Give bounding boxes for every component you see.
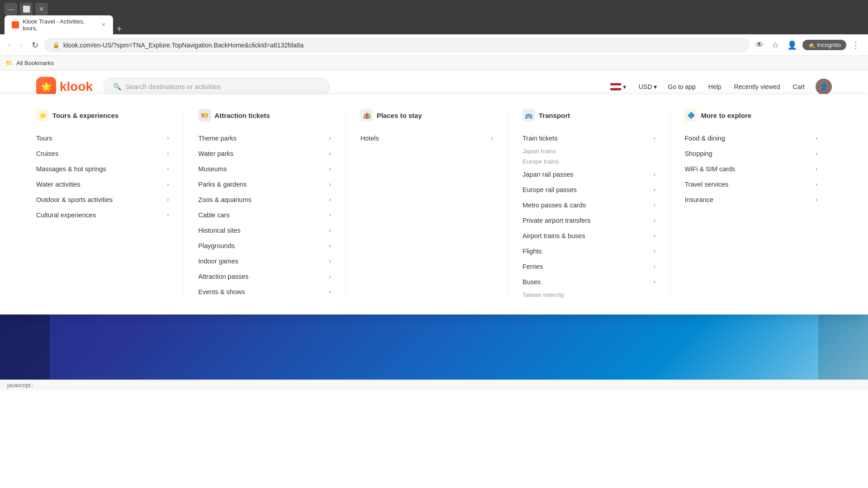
go-to-app-link[interactable]: Go to app xyxy=(666,81,698,92)
menu-playgrounds[interactable]: Playgrounds › xyxy=(198,238,331,253)
menu-cable-cars-label: Cable cars xyxy=(198,211,230,219)
menu-buses[interactable]: Buses › xyxy=(523,274,656,290)
insurance-chevron-icon: › xyxy=(816,197,817,203)
massages-chevron-icon: › xyxy=(167,166,169,172)
menu-train-tickets-label: Train tickets xyxy=(523,135,558,142)
menu-historical-sites[interactable]: Historical sites › xyxy=(198,223,331,238)
menu-japan-trains[interactable]: Japan trains xyxy=(523,146,656,156)
language-selector[interactable]: ▾ xyxy=(607,81,630,92)
buses-chevron-icon: › xyxy=(653,279,655,285)
menu-insurance[interactable]: Insurance › xyxy=(684,192,817,207)
lock-icon: 🔒 xyxy=(52,42,60,48)
search-box[interactable]: 🔍 Search destinations or activities xyxy=(104,78,330,96)
url-bar[interactable]: 🔒 klook.com/en-US/?spm=TNA_Explore.TopNa… xyxy=(45,38,749,52)
col-places-header: 🏨 Places to stay xyxy=(360,109,493,122)
window-controls: — ⬜ ✕ xyxy=(5,3,48,15)
menu-travel-services[interactable]: Travel services › xyxy=(684,177,817,192)
menu-japan-rail-label: Japan rail passes xyxy=(523,171,574,178)
menu-parks-gardens[interactable]: Parks & gardens › xyxy=(198,177,331,192)
header-actions: ▾ USD ▾ Go to app Help Recently viewed C… xyxy=(607,79,832,95)
menu-europe-rail-label: Europe rail passes xyxy=(523,186,577,193)
menu-europe-trains[interactable]: Europe trains xyxy=(523,156,656,167)
new-tab-button[interactable]: + xyxy=(113,24,126,34)
menu-taiwan-intercity-label: Taiwan intercity xyxy=(523,291,564,298)
menu-theme-parks[interactable]: Theme parks › xyxy=(198,131,331,146)
flag-chevron-icon: ▾ xyxy=(623,83,626,90)
close-button[interactable]: ✕ xyxy=(35,3,48,15)
menu-shopping[interactable]: Shopping › xyxy=(684,146,817,161)
menu-japan-rail[interactable]: Japan rail passes › xyxy=(523,167,656,182)
menu-tours[interactable]: Tours › xyxy=(36,131,169,146)
menu-massages[interactable]: Massages & hot springs › xyxy=(36,161,169,177)
menu-water-parks[interactable]: Water parks › xyxy=(198,146,331,161)
profile-button[interactable]: 👤 xyxy=(784,38,800,52)
menu-hotels[interactable]: Hotels › xyxy=(360,131,493,146)
menu-cruises[interactable]: Cruises › xyxy=(36,146,169,161)
avatar[interactable]: 👤 xyxy=(816,79,832,95)
menu-ferries[interactable]: Ferries › xyxy=(523,259,656,274)
menu-tours-label: Tours xyxy=(36,135,52,142)
places-icon: 🏨 xyxy=(360,109,373,122)
menu-outdoor[interactable]: Outdoor & sports activities › xyxy=(36,192,169,207)
forward-button[interactable]: › xyxy=(17,38,25,52)
tab-close-button[interactable]: ✕ xyxy=(101,22,106,28)
playgrounds-chevron-icon: › xyxy=(329,243,331,249)
water-parks-chevron-icon: › xyxy=(329,150,331,157)
menu-attraction-passes[interactable]: Attraction passes › xyxy=(198,269,331,284)
menu-cultural[interactable]: Cultural experiences › xyxy=(36,207,169,223)
menu-metro-passes[interactable]: Metro passes & cards › xyxy=(523,197,656,213)
menu-buses-label: Buses xyxy=(523,278,541,286)
col-attraction-header: 🎫 Attraction tickets xyxy=(198,109,331,122)
menu-food-dining[interactable]: Food & dining › xyxy=(684,131,817,146)
theme-parks-chevron-icon: › xyxy=(329,135,331,141)
bookmarks-bar: 📁 All Bookmarks xyxy=(0,56,868,70)
recently-viewed-link[interactable]: Recently viewed xyxy=(732,81,782,92)
tab-favicon xyxy=(12,21,19,28)
reload-button[interactable]: ↻ xyxy=(29,38,41,52)
attraction-icon: 🎫 xyxy=(198,109,211,122)
menu-train-tickets[interactable]: Train tickets › xyxy=(523,131,656,146)
maximize-button[interactable]: ⬜ xyxy=(20,3,33,15)
menu-europe-rail[interactable]: Europe rail passes › xyxy=(523,182,656,197)
tab-bar: Klook Travel - Activities, tours, ✕ + xyxy=(0,18,868,34)
menu-historical-sites-label: Historical sites xyxy=(198,227,241,234)
incognito-icon: 🕵 xyxy=(808,42,815,48)
menu-water-activities[interactable]: Water activities › xyxy=(36,177,169,192)
currency-chevron-icon: ▾ xyxy=(654,83,657,90)
tab-title: Klook Travel - Activities, tours, xyxy=(23,18,98,32)
menu-airport-trains[interactable]: Airport trains & buses › xyxy=(523,228,656,244)
menu-events-shows[interactable]: Events & shows › xyxy=(198,284,331,300)
menu-flights[interactable]: Flights › xyxy=(523,244,656,259)
menu-wifi-sim[interactable]: WiFi & SIM cards › xyxy=(684,161,817,177)
more-button[interactable]: ⋮ xyxy=(849,38,863,52)
back-button[interactable]: ‹ xyxy=(5,38,14,52)
dropdown-col-attraction: 🎫 Attraction tickets Theme parks › Water… xyxy=(198,109,346,300)
klook-logo[interactable]: 🌟 klook xyxy=(36,77,93,97)
menu-cultural-label: Cultural experiences xyxy=(36,211,96,219)
menu-insurance-label: Insurance xyxy=(684,196,713,203)
help-link[interactable]: Help xyxy=(707,81,723,92)
menu-metro-passes-label: Metro passes & cards xyxy=(523,202,586,209)
currency-selector[interactable]: USD ▾ xyxy=(639,83,657,90)
menu-zoos[interactable]: Zoos & aquariums › xyxy=(198,192,331,207)
menu-museums[interactable]: Museums › xyxy=(198,161,331,177)
browser-chrome: — ⬜ ✕ Klook Travel - Activities, tours, … xyxy=(0,0,868,70)
active-tab[interactable]: Klook Travel - Activities, tours, ✕ xyxy=(5,15,113,34)
menu-attraction-passes-label: Attraction passes xyxy=(198,273,249,280)
cultural-chevron-icon: › xyxy=(167,212,169,218)
menu-cable-cars[interactable]: Cable cars › xyxy=(198,207,331,223)
menu-indoor-games[interactable]: Indoor games › xyxy=(198,253,331,269)
tours-icon: ⭐ xyxy=(36,109,49,122)
menu-taiwan-intercity[interactable]: Taiwan intercity xyxy=(523,290,656,300)
bookmark-button[interactable]: ☆ xyxy=(769,38,782,52)
hide-icon-button[interactable]: 👁 xyxy=(753,38,766,52)
col-places-label: Places to stay xyxy=(377,112,422,119)
incognito-button[interactable]: 🕵 Incognito xyxy=(802,40,846,50)
bookmarks-label: All Bookmarks xyxy=(16,60,54,66)
menu-japan-trains-label: Japan trains xyxy=(523,148,556,155)
menu-private-transfers[interactable]: Private airport transfers › xyxy=(523,213,656,228)
water-activities-chevron-icon: › xyxy=(167,181,169,188)
minimize-button[interactable]: — xyxy=(5,3,17,15)
col-transport-header: 🚌 Transport xyxy=(523,109,656,122)
cart-link[interactable]: Cart xyxy=(791,81,807,92)
